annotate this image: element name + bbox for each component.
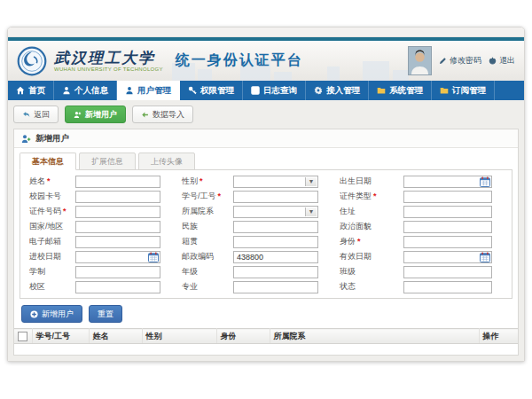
window-chrome — [8, 27, 524, 37]
section-title: 新增用户 — [35, 133, 69, 145]
field-label-valid-date: 有效日期 — [340, 251, 403, 262]
tab-extended-info[interactable]: 扩展信息 — [79, 153, 136, 170]
university-logo-icon — [17, 46, 47, 76]
column-header-name: 姓名 — [89, 329, 142, 344]
field-label-department: 所属院系 — [182, 206, 233, 217]
submit-add-user-button[interactable]: 新增用户 — [21, 305, 82, 323]
add-user-icon — [74, 111, 82, 119]
postal-code-input[interactable] — [233, 251, 318, 263]
country-region-input[interactable] — [75, 221, 160, 233]
major-input[interactable] — [233, 281, 318, 293]
user-icon — [62, 86, 71, 95]
grade-input[interactable] — [233, 266, 318, 278]
native-place-input[interactable] — [233, 236, 318, 248]
birth-date-input[interactable] — [403, 176, 492, 188]
form-field-identity: 身份* — [340, 236, 492, 248]
nav-item-label: 日志查询 — [263, 85, 297, 97]
nav-item-log-query[interactable]: 日志查询 — [243, 81, 306, 100]
campus-card-no-input[interactable] — [75, 191, 160, 203]
form-field-campus: 校区 — [29, 281, 160, 293]
field-label-class: 班级 — [340, 266, 403, 278]
form-field-department: 所属院系▼ — [182, 206, 318, 218]
page-title: 统一身份认证平台 — [176, 51, 303, 70]
gender-select[interactable]: ▼ — [233, 176, 318, 188]
tab-upload-avatar[interactable]: 上传头像 — [138, 153, 195, 170]
id-type-input[interactable] — [403, 191, 492, 203]
form-row: 学制年级班级 — [22, 264, 510, 279]
department-select[interactable]: ▼ — [233, 206, 318, 218]
field-label-status: 状态 — [340, 281, 403, 293]
back-button[interactable]: 返回 — [13, 106, 59, 123]
nav-item-permission-management[interactable]: 权限管理 — [180, 81, 243, 100]
logout-link[interactable]: 退出 — [489, 55, 515, 66]
address-input[interactable] — [403, 206, 492, 218]
select-all-checkbox[interactable] — [18, 332, 27, 341]
class-input[interactable] — [403, 266, 492, 278]
nav-item-label: 个人信息 — [74, 85, 108, 97]
form-field-address: 住址 — [340, 206, 492, 218]
form-field-grade: 年级 — [182, 266, 318, 278]
nav-item-subscription-management[interactable]: 订阅管理 — [432, 81, 495, 100]
back-button-label: 返回 — [34, 109, 50, 121]
change-password-link[interactable]: 修改密码 — [439, 55, 481, 66]
field-label-entry-date: 进校日期 — [29, 251, 75, 262]
form-field-gender: 性别*▼ — [182, 176, 318, 188]
nav-item-label: 权限管理 — [200, 85, 234, 97]
form-row: 校园卡号学号/工号*证件类型* — [22, 189, 510, 204]
ethnicity-input[interactable] — [233, 221, 318, 233]
toolbar: 返回 新增用户 数据导入 — [13, 106, 519, 123]
add-user-toolbar-button[interactable]: 新增用户 — [65, 106, 126, 123]
reset-button[interactable]: 重置 — [89, 305, 122, 323]
university-name-block: 武汉理工大学 WUHAN UNIVERSITY OF TECHNOLOGY — [54, 51, 163, 72]
nav-item-access-management[interactable]: 接入管理 — [306, 81, 369, 100]
form-field-country-region: 国家/地区 — [29, 221, 160, 233]
schooling-length-input[interactable] — [75, 266, 160, 278]
page-header: 武汉理工大学 WUHAN UNIVERSITY OF TECHNOLOGY 统一… — [8, 41, 524, 81]
user-add-icon — [21, 134, 31, 144]
calendar-icon[interactable] — [480, 176, 490, 187]
folder-icon — [440, 86, 449, 95]
tab-basic-info[interactable]: 基本信息 — [20, 153, 76, 170]
required-asterisk: * — [218, 192, 222, 200]
political-status-input[interactable] — [403, 221, 492, 233]
field-label-campus-card-no: 校园卡号 — [29, 191, 75, 202]
power-icon — [489, 57, 497, 65]
calendar-icon[interactable] — [148, 252, 159, 262]
data-import-button[interactable]: 数据导入 — [132, 106, 193, 123]
nav-item-personal-info[interactable]: 个人信息 — [54, 81, 117, 100]
field-label-native-place: 籍贯 — [182, 236, 233, 247]
section-header: 新增用户 — [14, 129, 518, 148]
chevron-down-icon[interactable]: ▼ — [305, 207, 317, 216]
name-input[interactable] — [75, 176, 160, 188]
form-field-political-status: 政治面貌 — [340, 221, 492, 233]
form-field-id-number: 证件号码* — [29, 206, 160, 218]
email-input[interactable] — [75, 236, 160, 248]
field-label-campus: 校区 — [29, 281, 75, 293]
identity-input[interactable] — [403, 236, 492, 248]
change-password-label: 修改密码 — [450, 55, 481, 66]
student-id-input[interactable] — [233, 191, 318, 203]
id-number-input[interactable] — [75, 206, 160, 218]
data-import-label: 数据导入 — [153, 109, 184, 121]
user-table: 学号/工号姓名性别身份所属院系操作 — [14, 328, 518, 356]
nav-item-home[interactable]: 首页 — [8, 81, 54, 100]
column-header-student-id: 学号/工号 — [32, 329, 89, 344]
form-field-major: 专业 — [182, 281, 318, 293]
skyline-decoration — [393, 70, 409, 81]
skyline-decoration — [363, 61, 389, 81]
campus-input[interactable] — [75, 281, 160, 293]
valid-date-input[interactable] — [403, 251, 492, 263]
field-label-country-region: 国家/地区 — [29, 221, 75, 232]
form-row: 证件号码*所属院系▼住址 — [22, 204, 510, 219]
key-icon — [188, 86, 197, 95]
logout-label: 退出 — [499, 55, 515, 66]
nav-item-system-management[interactable]: 系统管理 — [369, 81, 432, 100]
column-header-gender: 性别 — [142, 329, 216, 344]
calendar-icon[interactable] — [480, 252, 490, 262]
status-input[interactable] — [403, 281, 492, 293]
skyline-decoration — [327, 66, 340, 81]
chevron-down-icon[interactable]: ▼ — [305, 177, 317, 186]
nav-item-user-management[interactable]: 用户管理 — [117, 81, 180, 100]
nav-item-label: 订阅管理 — [452, 85, 486, 97]
field-label-grade: 年级 — [182, 266, 233, 278]
